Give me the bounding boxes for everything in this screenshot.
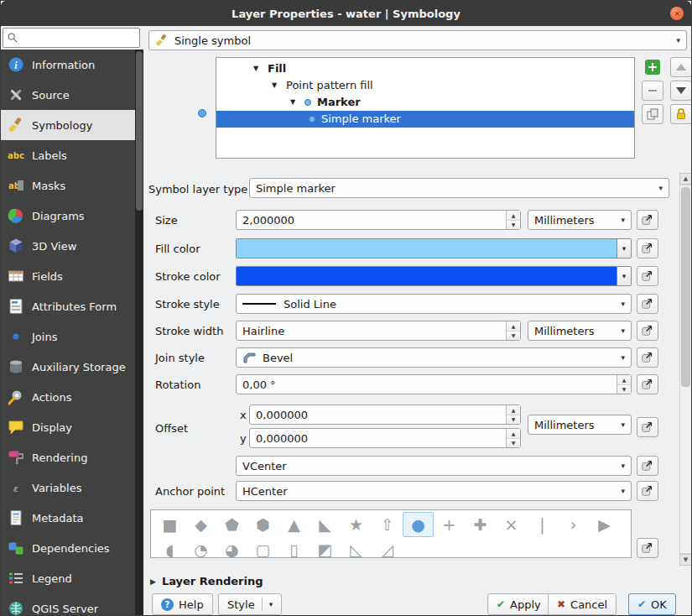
sidebar-search-input[interactable] [18, 31, 136, 45]
lock-colors-button[interactable] [670, 104, 692, 124]
shape-semi-circle[interactable]: ◖ [154, 537, 185, 558]
sidebar-item-source[interactable]: Source [1, 80, 135, 110]
sidebar-item-auxiliary-storage[interactable]: Auxiliary Storage [1, 352, 135, 382]
stroke-color-data-defined-button[interactable] [637, 266, 658, 286]
shape-filled-arrowhead[interactable]: ▶ [589, 512, 620, 537]
shape-star[interactable]: ★ [341, 512, 372, 537]
spin-up-icon[interactable]: ▲ [617, 375, 631, 385]
tree-item-simple-marker[interactable]: Simple marker [216, 111, 634, 128]
close-button[interactable]: ✕ [670, 7, 684, 20]
sidebar-item-legend[interactable]: Legend [1, 563, 135, 593]
expander-icon[interactable]: ▼ [290, 98, 295, 106]
shape-quarter-circle[interactable]: ◕ [216, 537, 247, 558]
offset-data-defined-button[interactable] [637, 417, 658, 437]
rotation-input[interactable]: 0,00 ° ▲▼ [236, 374, 632, 394]
shape-cross[interactable]: + [434, 512, 465, 537]
titlebar[interactable]: Layer Properties - water | Symbology ✕ [1, 1, 691, 26]
join-style-data-defined-button[interactable] [637, 347, 658, 368]
sidebar-scrollbar-thumb[interactable] [136, 51, 143, 211]
shape-diagonal-half-square[interactable]: ◩ [310, 537, 341, 558]
add-symbol-layer-button[interactable] [642, 57, 663, 77]
stroke-width-unit-select[interactable]: Millimeters ▾ [528, 321, 632, 341]
sidebar-item-variables[interactable]: εVariables [1, 472, 135, 503]
scroll-down-button[interactable]: ▼ [679, 554, 692, 566]
offset-unit-select[interactable]: Millimeters ▾ [528, 415, 632, 435]
size-input[interactable]: 2,000000 ▲▼ [236, 210, 521, 230]
stroke-width-spinner[interactable]: ▲▼ [506, 321, 520, 340]
anchor-horizontal-data-defined-button[interactable] [637, 481, 658, 501]
shape-cross2[interactable]: × [496, 512, 527, 537]
stroke-style-select[interactable]: Solid Line ▾ [236, 294, 632, 314]
shape-equilateral-triangle[interactable]: ◣ [310, 512, 341, 537]
tree-item-fill[interactable]: ▼Fill [216, 60, 634, 77]
sidebar-scrollbar[interactable] [135, 50, 143, 615]
apply-button[interactable]: ✔ Apply [487, 593, 550, 615]
scroll-up-button[interactable]: ▲ [679, 173, 692, 185]
sidebar-item-diagrams[interactable]: Diagrams [1, 201, 135, 231]
fill-color-button[interactable]: ▾ [236, 238, 632, 258]
spin-up-icon[interactable]: ▲ [507, 405, 520, 415]
cancel-button[interactable]: ✖ Cancel [548, 593, 617, 615]
anchor-vertical-select[interactable]: VCenter ▾ [236, 456, 632, 476]
move-up-button[interactable] [670, 57, 692, 77]
shape-left-half-triangle[interactable]: ◿ [372, 537, 403, 558]
join-style-select[interactable]: Bevel ▾ [236, 347, 632, 368]
shape-quarter-square[interactable]: ▢ [247, 537, 278, 558]
shape-third-circle[interactable]: ◔ [185, 537, 216, 558]
sidebar-item-masks[interactable]: abMasks [1, 170, 135, 201]
shape-line[interactable]: | [527, 512, 558, 537]
anchor-horizontal-select[interactable]: HCenter ▾ [236, 481, 632, 501]
properties-scrollbar[interactable]: ▲ ▼ [679, 173, 692, 566]
chevron-down-icon[interactable]: ▾ [617, 267, 631, 285]
shape-arrow[interactable]: ⇧ [372, 512, 403, 537]
move-down-button[interactable] [670, 81, 692, 101]
rotation-data-defined-button[interactable] [637, 374, 658, 394]
size-spinner[interactable]: ▲▼ [506, 211, 520, 229]
ok-button[interactable]: ✔ OK [628, 593, 676, 615]
size-unit-select[interactable]: Millimeters ▾ [528, 210, 632, 230]
sidebar-item-qgis-server[interactable]: QGIS Server [1, 593, 135, 615]
stroke-color-button[interactable]: ▾ [236, 266, 632, 286]
sidebar-item-symbology[interactable]: Symbology [1, 110, 135, 140]
rotation-spinner[interactable]: ▲▼ [617, 375, 631, 394]
expander-icon[interactable]: ▼ [272, 81, 277, 89]
symbol-type-select[interactable]: Single symbol ▾ [148, 30, 687, 50]
help-button[interactable]: ? Help [152, 593, 213, 615]
shape-hexagon[interactable]: ⬢ [247, 512, 278, 537]
stroke-width-data-defined-button[interactable] [637, 321, 658, 341]
sidebar-item-actions[interactable]: Actions [1, 382, 135, 412]
shapes-data-defined-button[interactable] [637, 538, 658, 558]
remove-symbol-layer-button[interactable] [642, 81, 663, 101]
sidebar-item-metadata[interactable]: Metadata [1, 503, 135, 533]
spin-down-icon[interactable]: ▼ [507, 331, 520, 341]
spin-up-icon[interactable]: ▲ [507, 211, 520, 221]
offset-y-input[interactable]: 0,000000 ▲▼ [249, 428, 521, 448]
shape-diamond[interactable]: ◆ [185, 512, 216, 537]
chevron-down-icon[interactable]: ▾ [269, 600, 273, 608]
spin-down-icon[interactable]: ▼ [507, 221, 520, 230]
shape-triangle[interactable]: ▲ [278, 512, 310, 537]
sidebar-item-dependencies[interactable]: Dependencies [1, 533, 135, 563]
shape-cross-fill[interactable]: ✚ [465, 512, 496, 537]
shape-pentagon[interactable]: ⬟ [216, 512, 247, 537]
tree-item-marker[interactable]: ▼Marker [216, 94, 634, 111]
style-button[interactable]: Style ▾ [218, 593, 282, 615]
chevron-down-icon[interactable]: ▾ [617, 239, 631, 258]
spin-down-icon[interactable]: ▼ [507, 439, 520, 448]
offset-x-input[interactable]: 0,000000 ▲▼ [249, 405, 521, 425]
shape-arrowhead[interactable]: › [558, 512, 589, 537]
shape-square[interactable]: ■ [154, 512, 185, 537]
scrollbar-thumb[interactable] [681, 187, 690, 387]
spin-up-icon[interactable]: ▲ [507, 429, 520, 439]
sidebar-item-rendering[interactable]: Rendering [1, 442, 135, 472]
scrollbar-track[interactable] [679, 185, 692, 554]
symbol-layer-type-select[interactable]: Simple marker ▾ [249, 178, 669, 198]
sidebar-item-3d-view[interactable]: 3D View [1, 231, 135, 261]
sidebar-item-display[interactable]: Display [1, 412, 135, 442]
spin-down-icon[interactable]: ▼ [507, 415, 520, 425]
spin-up-icon[interactable]: ▲ [507, 321, 520, 331]
shape-right-half-triangle[interactable]: ◺ [341, 537, 372, 558]
sidebar-item-attributes-form[interactable]: Attributes Form [1, 291, 135, 321]
sidebar-item-fields[interactable]: Fields [1, 261, 135, 291]
sidebar-item-labels[interactable]: abcLabels [1, 140, 135, 170]
